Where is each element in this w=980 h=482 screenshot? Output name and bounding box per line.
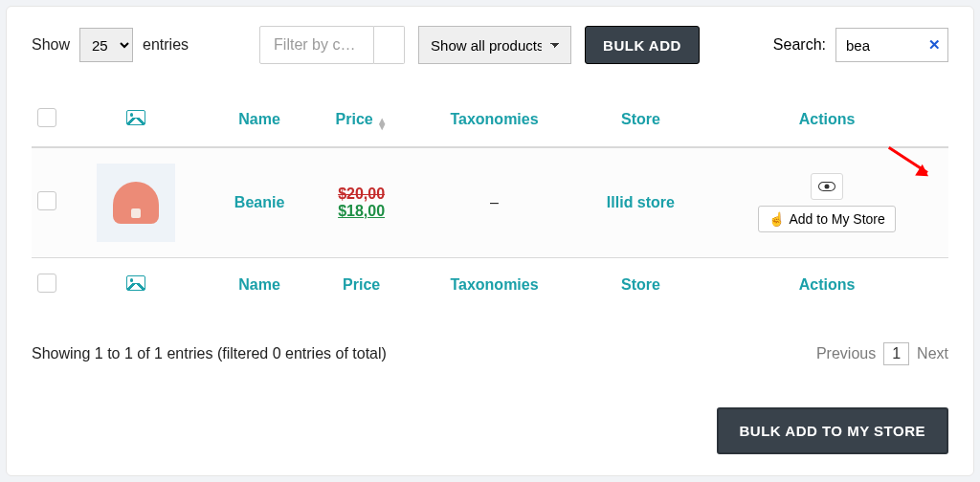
col-taxonomies[interactable]: Taxonomies xyxy=(413,93,576,147)
image-column-icon xyxy=(126,275,145,291)
current-page[interactable]: 1 xyxy=(883,342,909,365)
table-info: Showing 1 to 1 of 1 entries (filtered 0 … xyxy=(32,345,387,362)
filter-category-toggle[interactable] xyxy=(374,26,405,64)
per-page-select[interactable]: 25 xyxy=(79,28,133,62)
select-all-checkbox-footer[interactable] xyxy=(37,274,56,293)
view-button[interactable] xyxy=(811,173,843,200)
product-name-link[interactable]: Beanie xyxy=(234,194,284,210)
add-to-my-store-button[interactable]: ☝ Add to My Store xyxy=(758,206,895,232)
footer-col-store[interactable]: Store xyxy=(576,258,706,313)
bulk-add-to-my-store-button[interactable]: BULK ADD TO MY STORE xyxy=(717,407,948,454)
col-store[interactable]: Store xyxy=(576,93,706,147)
footer-col-taxonomies[interactable]: Taxonomies xyxy=(413,258,576,313)
select-all-checkbox[interactable] xyxy=(37,108,56,127)
eye-icon xyxy=(818,182,835,191)
col-actions: Actions xyxy=(705,93,948,147)
entries-label: entries xyxy=(143,36,189,54)
product-thumbnail[interactable] xyxy=(97,164,175,242)
show-label: Show xyxy=(32,36,70,54)
filter-category-button[interactable]: Filter by c… xyxy=(259,26,374,64)
table-row: Beanie $20,00 $18,00 – Illid store ☝ Add… xyxy=(32,147,948,258)
col-price[interactable]: Price▲▼ xyxy=(310,93,413,147)
clear-search-icon[interactable]: ✕ xyxy=(928,36,941,54)
store-link[interactable]: Illid store xyxy=(607,194,675,210)
image-column-icon xyxy=(126,110,145,125)
pointer-icon: ☝ xyxy=(768,212,785,226)
row-checkbox[interactable] xyxy=(37,191,56,210)
product-type-select[interactable]: Show all products xyxy=(418,26,571,64)
bulk-add-button[interactable]: BULK ADD xyxy=(585,26,700,64)
footer-col-name[interactable]: Name xyxy=(209,258,309,313)
taxonomies-value: – xyxy=(413,147,576,258)
footer-col-actions: Actions xyxy=(705,258,948,313)
search-label: Search: xyxy=(773,36,826,54)
next-page[interactable]: Next xyxy=(917,345,948,362)
pagination: Previous 1 Next xyxy=(816,342,948,365)
footer-col-price[interactable]: Price xyxy=(310,258,413,313)
col-name[interactable]: Name xyxy=(209,93,309,147)
price-old: $20,00 xyxy=(316,186,408,203)
prev-page[interactable]: Previous xyxy=(816,345,876,362)
price-new: $18,00 xyxy=(316,203,408,220)
beanie-icon xyxy=(113,182,159,224)
